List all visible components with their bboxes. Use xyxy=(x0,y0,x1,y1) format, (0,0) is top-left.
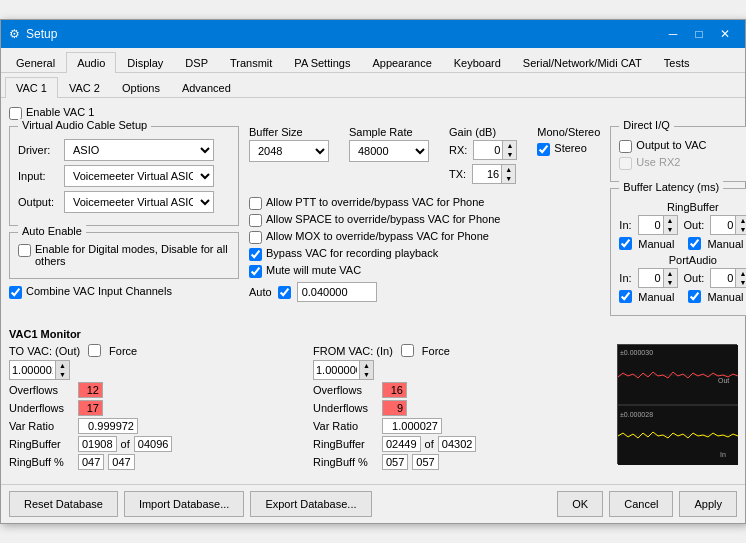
tab-options[interactable]: Options xyxy=(111,77,171,98)
apply-button[interactable]: Apply xyxy=(679,491,737,517)
from-vac-force-checkbox[interactable] xyxy=(401,344,414,357)
ring-in-spinbox[interactable]: 0 ▲ ▼ xyxy=(638,215,678,235)
to-vac-increment-button[interactable]: ▲ xyxy=(55,361,69,370)
port-in-manual-checkbox[interactable] xyxy=(619,290,632,303)
from-vac-increment-button[interactable]: ▲ xyxy=(359,361,373,370)
ring-out-manual-checkbox[interactable] xyxy=(688,237,701,250)
port-out-input[interactable]: 0 xyxy=(711,269,735,287)
mute-checkbox[interactable] xyxy=(249,265,262,278)
ptt-checkbox[interactable] xyxy=(249,197,262,210)
tab-transmit[interactable]: Transmit xyxy=(219,52,283,73)
tx-input[interactable]: 16 xyxy=(473,165,501,183)
tx-decrement-button[interactable]: ▼ xyxy=(501,174,515,183)
port-in-increment-button[interactable]: ▲ xyxy=(663,269,677,278)
ok-button[interactable]: OK xyxy=(557,491,603,517)
import-database-button[interactable]: Import Database... xyxy=(124,491,245,517)
driver-select[interactable]: ASIO xyxy=(64,139,214,161)
to-vac-force-checkbox[interactable] xyxy=(88,344,101,357)
tab-appearance[interactable]: Appearance xyxy=(361,52,442,73)
port-out-manual-checkbox[interactable] xyxy=(688,290,701,303)
rx-decrement-button[interactable]: ▼ xyxy=(502,150,516,159)
auto-checkbox[interactable] xyxy=(278,286,291,299)
output-select[interactable]: Voicemeeter Virtual ASIO xyxy=(64,191,214,213)
port-out-decrement-button[interactable]: ▼ xyxy=(735,278,746,287)
mox-checkbox[interactable] xyxy=(249,231,262,244)
input-select[interactable]: Voicemeeter Virtual ASIO xyxy=(64,165,214,187)
sample-rate-select[interactable]: 48000 xyxy=(349,140,429,162)
ring-in-decrement-button[interactable]: ▼ xyxy=(663,225,677,234)
to-vac-var-ratio-row: Var Ratio 0.999972 xyxy=(9,418,305,434)
use-rx2-row: Use RX2 xyxy=(619,156,746,170)
rx-input[interactable]: 0 xyxy=(474,141,502,159)
rx-increment-button[interactable]: ▲ xyxy=(502,141,516,150)
auto-value-input[interactable]: 0.040000 xyxy=(297,282,377,302)
port-out-increment-button[interactable]: ▲ xyxy=(735,269,746,278)
ring-in-manual-checkbox[interactable] xyxy=(619,237,632,250)
to-vac-ring-of: of xyxy=(121,438,130,450)
main-window: ⚙ Setup ─ □ ✕ General Audio Display DSP … xyxy=(0,19,746,524)
combine-vac-checkbox[interactable] xyxy=(9,286,22,299)
from-vac-ringbuff-pct-label: RingBuff % xyxy=(313,456,378,468)
port-in-label: In: xyxy=(619,272,631,284)
space-checkbox[interactable] xyxy=(249,214,262,227)
tab-tests[interactable]: Tests xyxy=(653,52,701,73)
tab-keyboard[interactable]: Keyboard xyxy=(443,52,512,73)
export-database-button[interactable]: Export Database... xyxy=(250,491,371,517)
auto-row: Auto 0.040000 xyxy=(249,282,600,302)
ring-in-increment-button[interactable]: ▲ xyxy=(663,216,677,225)
rx-row: RX: 0 ▲ ▼ xyxy=(449,140,517,160)
monitor-title: VAC1 Monitor xyxy=(9,328,737,340)
tab-dsp[interactable]: DSP xyxy=(174,52,219,73)
to-vac-underflows-value: 17 xyxy=(78,400,103,416)
stereo-checkbox[interactable] xyxy=(537,143,550,156)
to-vac-spinbox-input[interactable]: 1.000001 xyxy=(10,361,55,379)
sample-rate-group: Sample Rate 48000 xyxy=(349,126,429,188)
port-in-decrement-button[interactable]: ▼ xyxy=(663,278,677,287)
from-vac-overflows-row: Overflows 16 xyxy=(313,382,609,398)
from-vac-decrement-button[interactable]: ▼ xyxy=(359,370,373,379)
buffer-size-select[interactable]: 2048 xyxy=(249,140,329,162)
tab-pa-settings[interactable]: PA Settings xyxy=(283,52,361,73)
tx-increment-button[interactable]: ▲ xyxy=(501,165,515,174)
from-vac-spinbox-input[interactable]: 1.000000 xyxy=(314,361,359,379)
to-vac-spinbox[interactable]: 1.000001 ▲ ▼ xyxy=(9,360,70,380)
digital-modes-checkbox[interactable] xyxy=(18,244,31,257)
bypass-checkbox[interactable] xyxy=(249,248,262,261)
port-out-spinbox[interactable]: 0 ▲ ▼ xyxy=(710,268,746,288)
tab-advanced[interactable]: Advanced xyxy=(171,77,242,98)
tab-display[interactable]: Display xyxy=(116,52,174,73)
output-to-vac-checkbox[interactable] xyxy=(619,140,632,153)
tab-serial[interactable]: Serial/Network/Midi CAT xyxy=(512,52,653,73)
tx-spinbox[interactable]: 16 ▲ ▼ xyxy=(472,164,516,184)
maximize-button[interactable]: □ xyxy=(687,24,711,44)
use-rx2-checkbox[interactable] xyxy=(619,157,632,170)
buffer-size-group: Buffer Size 2048 xyxy=(249,126,329,188)
port-in-input[interactable]: 0 xyxy=(639,269,663,287)
tab-general[interactable]: General xyxy=(5,52,66,73)
tab-vac2[interactable]: VAC 2 xyxy=(58,77,111,98)
ring-buffer-group: RingBuffer In: 0 ▲ ▼ Out: xyxy=(619,201,746,250)
from-vac-spinbox[interactable]: 1.000000 ▲ ▼ xyxy=(313,360,374,380)
tab-audio[interactable]: Audio xyxy=(66,52,116,73)
to-vac-decrement-button[interactable]: ▼ xyxy=(55,370,69,379)
minimize-button[interactable]: ─ xyxy=(661,24,685,44)
reset-database-button[interactable]: Reset Database xyxy=(9,491,118,517)
ring-in-manual-label: Manual xyxy=(638,238,674,250)
rx-spinbox[interactable]: 0 ▲ ▼ xyxy=(473,140,517,160)
ring-out-increment-button[interactable]: ▲ xyxy=(735,216,746,225)
tab-vac1[interactable]: VAC 1 xyxy=(5,77,58,98)
to-vac-ringbuff-pct-val1: 047 xyxy=(78,454,104,470)
bottom-right-buttons: OK Cancel Apply xyxy=(557,491,737,517)
rx-label: RX: xyxy=(449,144,467,156)
cancel-button[interactable]: Cancel xyxy=(609,491,673,517)
ring-out-spinbox[interactable]: 0 ▲ ▼ xyxy=(710,215,746,235)
to-vac-ring-buffer-label: RingBuffer xyxy=(9,438,74,450)
port-in-spinbox[interactable]: 0 ▲ ▼ xyxy=(638,268,678,288)
from-vac-force-label: Force xyxy=(422,345,450,357)
ring-in-input[interactable]: 0 xyxy=(639,216,663,234)
ring-out-input[interactable]: 0 xyxy=(711,216,735,234)
ring-out-decrement-button[interactable]: ▼ xyxy=(735,225,746,234)
space-row: Allow SPACE to override/bypass VAC for P… xyxy=(249,213,600,227)
output-to-vac-row: Output to VAC xyxy=(619,139,746,153)
close-button[interactable]: ✕ xyxy=(713,24,737,44)
